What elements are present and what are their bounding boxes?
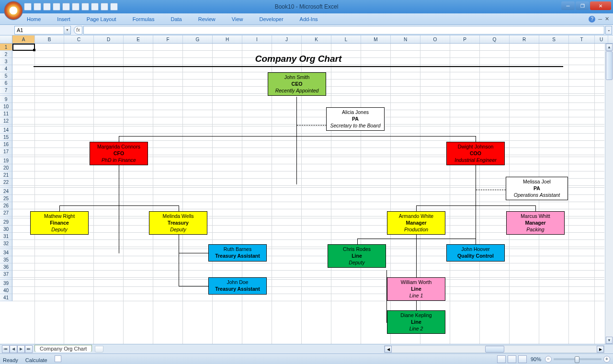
column-header[interactable]: C (64, 35, 94, 43)
tab-last-icon[interactable]: ⏭ (25, 345, 33, 353)
row-header[interactable]: 26 (0, 202, 12, 209)
column-header[interactable]: E (124, 35, 153, 43)
horizontal-scrollbar[interactable]: ◀ ▶ (384, 345, 604, 353)
org-box-ta2[interactable]: John Doe Treasury Assistant (208, 277, 267, 295)
zoom-out-button[interactable]: − (545, 356, 552, 363)
expand-formula-bar-icon[interactable]: ⌄ (605, 26, 612, 34)
tab-page-layout[interactable]: Page Layout (84, 15, 119, 23)
org-box-finance[interactable]: Mathew Right Finance Deputy (30, 211, 89, 235)
row-header[interactable]: 29 (0, 218, 12, 226)
column-header[interactable]: I (242, 35, 272, 43)
row-header[interactable]: 15 (0, 134, 12, 141)
cells[interactable]: Company Org Chart John Smith CEO Recentl… (12, 44, 604, 344)
zoom-in-button[interactable]: + (603, 356, 610, 363)
qat-icon[interactable] (91, 3, 99, 11)
row-header[interactable]: 37 (0, 271, 12, 278)
tab-insert[interactable]: Insert (54, 15, 73, 23)
row-header[interactable]: 14 (0, 126, 12, 134)
redo-icon[interactable] (43, 3, 51, 11)
macro-record-icon[interactable] (55, 355, 61, 362)
org-box-pa-ops[interactable]: Melissa Joel PA Operations Assistant (506, 177, 568, 200)
office-button[interactable] (4, 1, 23, 20)
tab-prev-icon[interactable]: ◀ (10, 345, 17, 353)
row-header[interactable]: 9 (0, 96, 12, 103)
row-header[interactable]: 24 (0, 188, 12, 195)
name-box[interactable]: A1 (14, 26, 64, 34)
maximize-button[interactable]: ❐ (576, 1, 589, 10)
row-header[interactable]: 20 (0, 164, 12, 171)
tab-data[interactable]: Data (168, 15, 184, 23)
org-box-line1[interactable]: William Worth Line Line 1 (387, 277, 445, 301)
column-header[interactable]: K (302, 35, 331, 43)
row-header[interactable]: 11 (0, 110, 12, 117)
row-header[interactable]: 4 (0, 65, 12, 72)
sheet-tab-active[interactable]: Company Org Chart (34, 345, 92, 352)
row-header[interactable]: 17 (0, 148, 12, 155)
column-header[interactable]: S (539, 35, 569, 43)
row-header[interactable]: 27 (0, 209, 12, 216)
org-box-mgr-pack[interactable]: Marcus Whitt Manager Packing (506, 211, 565, 235)
view-break-icon[interactable] (518, 355, 527, 363)
row-header[interactable]: 21 (0, 171, 12, 179)
print-preview-icon[interactable] (101, 3, 108, 11)
row-header[interactable]: 40 (0, 287, 12, 294)
tab-view[interactable]: View (229, 15, 246, 23)
zoom-slider[interactable] (554, 358, 602, 360)
column-header[interactable]: H (213, 35, 242, 43)
zoom-level[interactable]: 90% (531, 356, 541, 362)
print-icon[interactable] (110, 3, 118, 11)
column-header[interactable]: R (510, 35, 539, 43)
row-header[interactable]: 1 (0, 44, 12, 51)
undo-icon[interactable] (34, 3, 41, 11)
org-box-line2[interactable]: Diane Kepling Line Line 2 (387, 310, 445, 334)
qat-icon[interactable] (81, 3, 89, 11)
tab-home[interactable]: Home (24, 15, 44, 23)
row-header[interactable]: 16 (0, 141, 12, 148)
org-box-ceo[interactable]: John Smith CEO Recently Appointed (268, 72, 326, 96)
column-header[interactable]: U (595, 35, 608, 43)
column-header[interactable]: D (94, 35, 124, 43)
fx-icon[interactable]: fx (74, 26, 82, 34)
column-header[interactable]: L (331, 35, 361, 43)
org-box-cfo[interactable]: Margarida Connors CFO PhD in Finance (90, 142, 148, 165)
row-header[interactable]: 22 (0, 179, 12, 186)
column-header[interactable]: M (361, 35, 391, 43)
hscroll-thumb[interactable] (485, 346, 504, 353)
select-all-corner[interactable] (0, 35, 12, 43)
column-header[interactable]: Q (480, 35, 510, 43)
column-header[interactable]: N (391, 35, 420, 43)
row-header[interactable]: 12 (0, 117, 12, 125)
qat-icon[interactable] (62, 3, 70, 11)
org-box-qc[interactable]: John Hoover Quality Control (446, 244, 505, 262)
row-header[interactable]: 25 (0, 195, 12, 202)
org-box-mgr-prod[interactable]: Armando White Manager Production (387, 211, 445, 235)
row-header[interactable]: 3 (0, 58, 12, 65)
row-header[interactable]: 36 (0, 263, 12, 271)
view-layout-icon[interactable] (508, 355, 516, 363)
row-header[interactable]: 5 (0, 72, 12, 80)
org-box-pa-board[interactable]: Alicia Jones PA Secretary to the Board (326, 107, 385, 131)
column-header[interactable]: O (420, 35, 450, 43)
row-header[interactable]: 7 (0, 87, 12, 94)
column-header[interactable]: F (153, 35, 183, 43)
scroll-thumb[interactable] (606, 51, 613, 80)
save-icon[interactable] (24, 3, 32, 11)
formula-bar[interactable] (83, 26, 604, 34)
org-box-ta1[interactable]: Ruth Barnes Treasury Assistant (208, 244, 267, 262)
column-header[interactable]: B (35, 35, 64, 43)
minimize-button[interactable]: ─ (561, 1, 575, 10)
scroll-right-icon[interactable]: ▶ (597, 346, 604, 353)
row-header[interactable]: 30 (0, 226, 12, 233)
row-header[interactable]: 10 (0, 103, 12, 110)
tab-addins[interactable]: Add-Ins (297, 15, 321, 23)
org-box-line-deputy[interactable]: Chris Rodes Line Deputy (328, 244, 386, 268)
name-box-dropdown[interactable]: ▼ (64, 26, 71, 34)
tab-developer[interactable]: Developer (256, 15, 286, 23)
column-header[interactable]: J (272, 35, 302, 43)
row-header[interactable]: 39 (0, 280, 12, 287)
column-header[interactable]: A (12, 35, 35, 43)
tab-formulas[interactable]: Formulas (130, 15, 158, 23)
vertical-scrollbar[interactable]: ▲ ▼ (605, 44, 613, 344)
doc-close-icon[interactable]: ✕ (605, 16, 609, 22)
view-normal-icon[interactable] (497, 355, 506, 363)
